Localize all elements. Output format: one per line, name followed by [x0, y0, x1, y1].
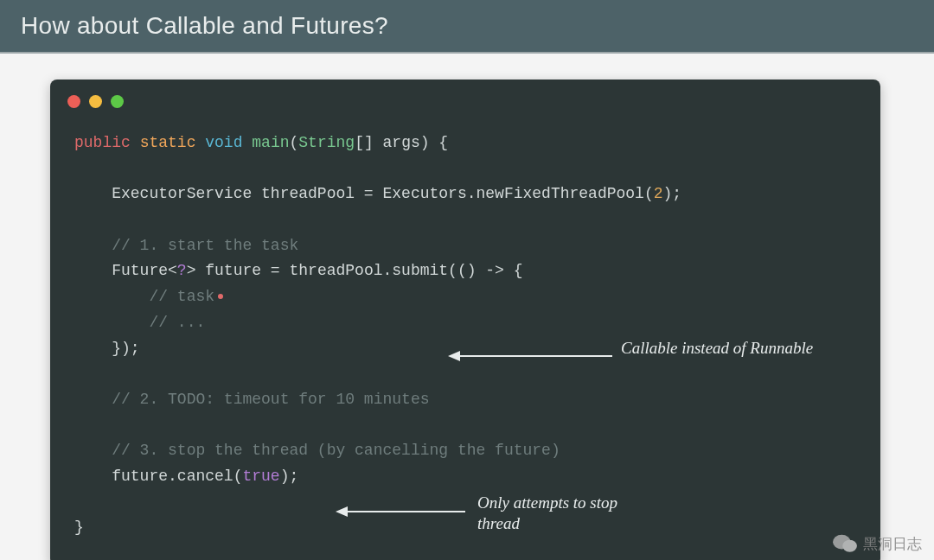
future-decl-b: > future = threadPool.submit(() -> { — [187, 262, 523, 279]
cursor-dot-icon — [218, 294, 223, 299]
slide-title-text: How about Callable and Futures? — [21, 12, 388, 39]
pool-size: 2 — [654, 185, 663, 202]
svg-marker-1 — [448, 351, 460, 361]
close-icon — [67, 95, 80, 108]
annotation-callable-text: Callable instead of Runnable — [621, 339, 813, 357]
comment-start-task: // 1. start the task — [112, 237, 298, 254]
minimize-icon — [89, 95, 102, 108]
exec-line-b: ); — [663, 185, 682, 202]
maximize-icon — [111, 95, 124, 108]
fn-main: main — [252, 134, 289, 151]
annotation-stop: Only attempts to stop thread — [477, 493, 617, 534]
cancel-b: ); — [280, 468, 299, 485]
comment-task: // task — [149, 288, 214, 305]
future-generic: ? — [177, 262, 187, 279]
arrow-stop-icon — [336, 503, 465, 520]
wechat-icon — [832, 532, 858, 555]
future-decl-a: Future< — [112, 262, 177, 279]
kw-void: void — [205, 134, 242, 151]
annotation-stop-line1: Only attempts to stop — [477, 493, 617, 512]
comment-todo: // 2. TODO: timeout for 10 minutes — [112, 391, 429, 408]
exec-line-a: ExecutorService threadPool = Executors.n… — [112, 185, 654, 202]
slide-body: public static void main(String[] args) {… — [0, 54, 934, 560]
annotation-callable: Callable instead of Runnable — [621, 338, 813, 359]
annotation-stop-line2: thread — [477, 514, 520, 532]
svg-marker-3 — [336, 506, 348, 517]
watermark: 黑洞日志 — [832, 532, 922, 555]
kw-public: public — [74, 134, 131, 151]
args-tail: [] args) { — [355, 134, 448, 151]
code-window: public static void main(String[] args) {… — [50, 80, 880, 560]
cancel-bool: true — [242, 468, 279, 485]
arrow-callable-icon — [448, 347, 612, 365]
comment-dots: // ... — [149, 314, 205, 331]
cancel-a: future.cancel( — [112, 468, 242, 485]
close-lambda: }); — [112, 340, 139, 357]
window-traffic-lights — [50, 80, 880, 115]
type-string: String — [298, 134, 355, 151]
kw-static: static — [140, 134, 196, 151]
slide-title: How about Callable and Futures? — [0, 0, 934, 54]
watermark-text: 黑洞日志 — [863, 534, 922, 554]
svg-point-5 — [842, 540, 857, 552]
comment-stop: // 3. stop the thread (by cancelling the… — [112, 442, 560, 459]
close-brace: } — [74, 519, 84, 536]
